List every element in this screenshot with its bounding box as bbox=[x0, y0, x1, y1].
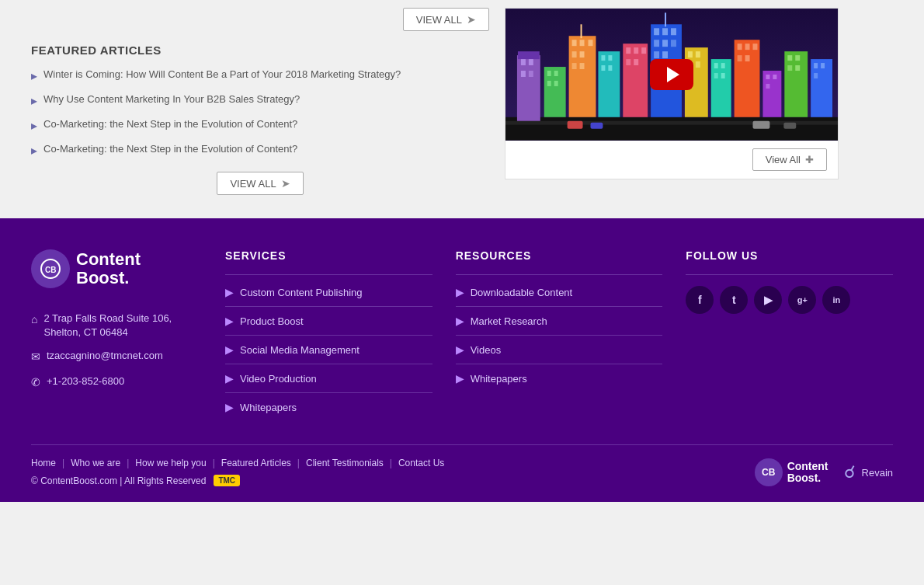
video-play-button[interactable] bbox=[650, 59, 693, 90]
view-all-top-button[interactable]: VIEW ALL ➤ bbox=[403, 8, 489, 31]
svg-rect-60 bbox=[762, 71, 781, 117]
footer-bottom-links: Home | Who we are | How we help you | Fe… bbox=[31, 458, 444, 468]
services-link-item[interactable]: ▶ Custom Content Publishing bbox=[225, 286, 432, 298]
services-link-item[interactable]: ▶ Product Boost bbox=[225, 315, 432, 327]
address-text: 2 Trap Falls Road Suite 106, Shelton, CT… bbox=[43, 312, 202, 340]
revain-badge: ☌ Revain bbox=[844, 462, 893, 482]
view-all-bottom-button[interactable]: VIEW ALL ➤ bbox=[217, 172, 303, 195]
services-link[interactable]: Video Production bbox=[240, 373, 317, 385]
services-link-item[interactable]: ▶ Video Production bbox=[225, 372, 432, 385]
article-link[interactable]: Co-Marketing: the Next Step in the Evolu… bbox=[43, 142, 297, 156]
email-icon: ✉ bbox=[31, 350, 40, 365]
resources-link-item[interactable]: ▶ Videos bbox=[456, 343, 663, 356]
arrow-right-icon: ➤ bbox=[281, 177, 290, 190]
article-link[interactable]: Winter is Coming: How Will Content Be a … bbox=[43, 68, 401, 82]
contact-phone: ✆ +1-203-852-6800 bbox=[31, 374, 202, 391]
svg-rect-66 bbox=[795, 55, 800, 61]
social-icons: f t ▶ g+ in bbox=[686, 286, 893, 314]
resources-link-divider bbox=[456, 335, 663, 336]
svg-rect-55 bbox=[738, 44, 742, 50]
contact-address: ⌂ 2 Trap Falls Road Suite 106, Shelton, … bbox=[31, 312, 202, 340]
contact-email: ✉ tzaccagnino@tmcnet.com bbox=[31, 349, 202, 365]
svg-rect-52 bbox=[714, 73, 718, 78]
footer-bottom-left: Home | Who we are | How we help you | Fe… bbox=[31, 458, 444, 486]
footer-logo-icon-text: CB bbox=[762, 467, 775, 478]
view-all-bottom-label: VIEW ALL bbox=[230, 178, 276, 190]
svg-rect-8 bbox=[529, 71, 533, 77]
chevron-right-icon: ▶ bbox=[225, 343, 234, 356]
facebook-icon[interactable]: f bbox=[686, 286, 714, 314]
email-text[interactable]: tzaccagnino@tmcnet.com bbox=[47, 349, 163, 363]
svg-rect-54 bbox=[735, 40, 760, 117]
resources-divider bbox=[456, 274, 663, 275]
left-panel: VIEW ALL ➤ FEATURED ARTICLES ▸ Winter is… bbox=[31, 8, 489, 195]
svg-rect-75 bbox=[753, 121, 770, 129]
footer-nav-who[interactable]: Who we are bbox=[71, 458, 120, 468]
phone-icon: ✆ bbox=[31, 375, 40, 391]
view-all-video-button[interactable]: View All ✚ bbox=[752, 148, 827, 171]
svg-rect-39 bbox=[662, 40, 668, 47]
article-link[interactable]: Why Use Content Marketing In Your B2B Sa… bbox=[43, 92, 300, 106]
services-title: SERVICES bbox=[225, 249, 432, 262]
twitter-icon[interactable]: t bbox=[720, 286, 748, 314]
svg-rect-64 bbox=[784, 51, 808, 117]
footer-nav-home[interactable]: Home bbox=[31, 458, 56, 468]
video-thumbnail bbox=[505, 9, 838, 141]
svg-rect-10 bbox=[547, 71, 551, 76]
svg-rect-18 bbox=[572, 51, 577, 57]
svg-rect-62 bbox=[773, 75, 776, 79]
resources-link-item[interactable]: ▶ Whitepapers bbox=[456, 372, 663, 385]
svg-rect-14 bbox=[569, 36, 596, 117]
svg-rect-48 bbox=[696, 61, 700, 68]
list-item: ▸ Co-Marketing: the Next Step in the Evo… bbox=[31, 142, 489, 158]
svg-rect-46 bbox=[696, 51, 700, 57]
resources-link[interactable]: Whitepapers bbox=[471, 373, 527, 385]
list-item: ▸ Co-Marketing: the Next Step in the Evo… bbox=[31, 117, 489, 133]
google-plus-icon[interactable]: g+ bbox=[788, 286, 816, 314]
svg-rect-12 bbox=[547, 81, 551, 86]
separator: | bbox=[213, 458, 215, 468]
youtube-icon[interactable]: ▶ bbox=[754, 286, 782, 314]
services-link[interactable]: Custom Content Publishing bbox=[240, 287, 363, 298]
svg-rect-67 bbox=[787, 65, 792, 71]
article-link[interactable]: Co-Marketing: the Next Step in the Evolu… bbox=[43, 117, 297, 131]
svg-rect-59 bbox=[745, 55, 750, 61]
svg-rect-68 bbox=[795, 65, 800, 71]
footer-nav-articles[interactable]: Featured Articles bbox=[221, 458, 291, 468]
svg-rect-24 bbox=[601, 55, 605, 61]
services-link-item[interactable]: ▶ Whitepapers bbox=[225, 401, 432, 413]
home-icon: ⌂ bbox=[31, 312, 37, 328]
chevron-right-icon: ▶ bbox=[225, 372, 234, 385]
resources-link-item[interactable]: ▶ Downloadable Content bbox=[456, 286, 663, 298]
footer-nav-how[interactable]: How we help you bbox=[135, 458, 206, 468]
footer-logo-small: CB ContentBoost. bbox=[755, 458, 828, 486]
services-link[interactable]: Whitepapers bbox=[240, 402, 297, 413]
svg-rect-65 bbox=[787, 55, 792, 61]
resources-link-item[interactable]: ▶ Market Research bbox=[456, 315, 663, 327]
svg-rect-57 bbox=[753, 44, 758, 50]
svg-rect-51 bbox=[721, 63, 725, 68]
services-link[interactable]: Social Media Management bbox=[240, 344, 360, 356]
resources-title: RESOURCES bbox=[456, 249, 663, 262]
svg-rect-36 bbox=[662, 28, 668, 35]
followus-title: FOLLOW US bbox=[686, 249, 893, 262]
resources-link[interactable]: Market Research bbox=[471, 315, 547, 327]
services-link-item[interactable]: ▶ Social Media Management bbox=[225, 343, 432, 356]
svg-rect-28 bbox=[623, 44, 648, 117]
separator: | bbox=[62, 458, 64, 468]
footer-logo: CB Content Boost. bbox=[31, 249, 141, 288]
services-link-divider bbox=[225, 306, 432, 307]
footer-nav-testimonials[interactable]: Client Testimonials bbox=[306, 458, 384, 468]
svg-rect-53 bbox=[721, 73, 725, 78]
logo-text-block: Content Boost. bbox=[76, 250, 141, 287]
footer-nav-contact[interactable]: Contact Us bbox=[398, 458, 444, 468]
footer-contact: ⌂ 2 Trap Falls Road Suite 106, Shelton, … bbox=[31, 312, 202, 391]
svg-rect-26 bbox=[601, 65, 605, 71]
linkedin-icon[interactable]: in bbox=[822, 286, 850, 314]
resources-link[interactable]: Downloadable Content bbox=[471, 287, 573, 298]
svg-rect-50 bbox=[714, 63, 718, 68]
services-link[interactable]: Product Boost bbox=[240, 315, 304, 327]
resources-link[interactable]: Videos bbox=[471, 344, 502, 356]
view-all-top: VIEW ALL ➤ bbox=[31, 8, 489, 31]
svg-rect-76 bbox=[783, 123, 796, 129]
